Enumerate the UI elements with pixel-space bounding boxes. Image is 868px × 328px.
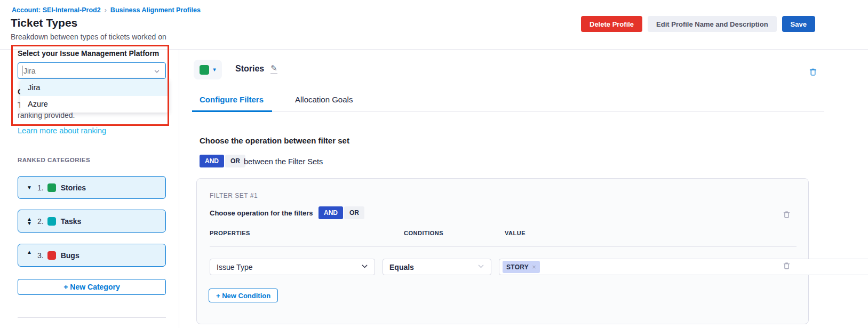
filter-set-title: FILTER SET #1 [210, 192, 258, 199]
value-tag: STORY × [503, 261, 540, 273]
edit-profile-button[interactable]: Edit Profile Name and Description [648, 16, 777, 32]
delete-category-icon[interactable] [809, 68, 817, 76]
tab-configure-filters[interactable]: Configure Filters [200, 95, 264, 104]
remove-tag-icon[interactable]: × [532, 263, 536, 271]
learn-more-ranking-link[interactable]: Learn more about ranking [18, 126, 106, 135]
new-category-button[interactable]: + New Category [18, 279, 166, 295]
value-multiselect-input[interactable]: STORY × [499, 259, 868, 275]
category-color-swatch [47, 217, 56, 226]
delete-profile-button[interactable]: Delete Profile [581, 16, 642, 32]
filter-set-operation-heading: Choose the operation between filter set [200, 136, 349, 145]
page-title: Ticket Types [11, 17, 77, 29]
edit-category-name-icon[interactable]: ✎ [270, 63, 277, 74]
columns-divider [210, 246, 797, 247]
category-color-swatch [47, 183, 56, 192]
filter-sets-and-or-toggle: AND OR [200, 155, 245, 167]
delete-condition-icon[interactable] [783, 262, 791, 270]
property-select[interactable]: Issue Type [210, 259, 375, 275]
sort-up-icon[interactable]: ▲ [27, 250, 37, 254]
condition-select[interactable]: Equals [383, 259, 491, 275]
operation-caption: between the Filter Sets [244, 157, 323, 166]
category-rank: 3. [37, 251, 44, 260]
delete-filter-set-icon[interactable] [783, 211, 791, 219]
category-name: Stories [61, 183, 86, 192]
condition-select-value: Equals [389, 263, 414, 271]
dropdown-option-jira[interactable]: Jira [20, 79, 169, 96]
chevron-down-icon [361, 262, 368, 272]
breadcrumb-account-link[interactable]: Account: SEI-Internal-Prod2 [12, 6, 101, 14]
platform-dropdown-menu: Jira Azure [20, 79, 169, 113]
filters-operation-label: Choose operation for the filters [210, 209, 313, 217]
property-select-value: Issue Type [217, 263, 252, 271]
chevron-down-icon[interactable] [154, 67, 160, 77]
and-toggle[interactable]: AND [318, 206, 343, 219]
filters-and-or-toggle: AND OR [318, 206, 364, 219]
or-toggle[interactable]: OR [225, 155, 245, 167]
column-header-value: VALUE [505, 230, 525, 236]
new-condition-button[interactable]: + New Condition [209, 289, 278, 302]
header-actions: Delete Profile Edit Profile Name and Des… [581, 16, 815, 32]
category-rank: 2. [37, 217, 44, 226]
caret-down-icon: ▾ [213, 66, 216, 73]
selected-category-title: Stories [235, 64, 264, 74]
category-color-picker[interactable]: ▾ [194, 60, 222, 79]
platform-select-label: Select your Issue Management Platform [18, 49, 159, 58]
dropdown-option-azure[interactable]: Azure [20, 96, 169, 113]
breadcrumb-section-link[interactable]: Business Alignment Profiles [110, 6, 201, 14]
filter-set-panel: FILTER SET #1 Choose operation for the f… [196, 178, 809, 324]
active-tab-indicator [192, 110, 272, 112]
chevron-down-icon [477, 262, 484, 272]
save-button[interactable]: Save [782, 16, 815, 32]
sort-up-down-icon[interactable]: ▲▼ [27, 217, 37, 226]
sort-down-icon[interactable]: ▼ [27, 186, 37, 190]
platform-select-input[interactable] [18, 62, 166, 79]
page-subtitle: Breakdown between types of tickets worke… [11, 33, 166, 41]
category-color-swatch [47, 251, 56, 260]
category-card-bugs[interactable]: ▲ 3. Bugs [18, 244, 166, 267]
category-card-tasks[interactable]: ▲▼ 2. Tasks [18, 210, 166, 233]
column-header-conditions: CONDITIONS [404, 230, 443, 236]
breadcrumb: Account: SEI-Internal-Prod2›Business Ali… [12, 6, 201, 14]
ticket-types-page: Account: SEI-Internal-Prod2›Business Ali… [0, 0, 868, 328]
or-toggle[interactable]: OR [344, 206, 364, 219]
column-header-properties: PROPERTIES [210, 230, 250, 236]
value-tag-label: STORY [506, 263, 529, 271]
category-name: Tasks [61, 217, 82, 226]
breadcrumb-separator-icon: › [105, 6, 107, 14]
and-toggle[interactable]: AND [200, 155, 224, 167]
category-name: Bugs [61, 251, 79, 260]
ranked-categories-heading: RANKED CATEGORIES [18, 157, 90, 163]
color-swatch [200, 65, 209, 75]
tab-allocation-goals[interactable]: Allocation Goals [295, 95, 353, 104]
sidebar-bottom-divider [18, 317, 166, 318]
category-card-stories[interactable]: ▼ 1. Stories [18, 176, 166, 199]
sidebar-divider [179, 49, 179, 328]
category-rank: 1. [37, 183, 44, 192]
text-cursor [22, 66, 22, 76]
tabs-divider [192, 111, 824, 112]
